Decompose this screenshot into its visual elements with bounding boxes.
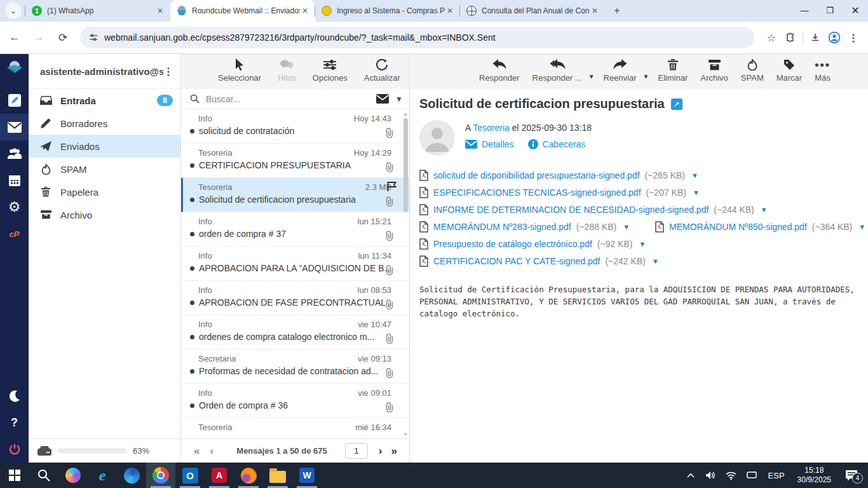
attachment-menu-caret-icon[interactable]: ▼	[858, 223, 865, 231]
taskbar-word-button[interactable]: W	[292, 463, 322, 488]
taskbar-copilot-button[interactable]	[58, 463, 88, 488]
reply-all-caret-icon[interactable]: ▼	[588, 73, 595, 80]
back-button[interactable]: ←	[5, 28, 24, 47]
taskbar-search-button[interactable]	[29, 463, 58, 488]
message-row-selected[interactable]: Tesoreria2.3 MB Solicitud de certificaci…	[181, 178, 409, 212]
notification-center-button[interactable]: 4	[839, 470, 864, 481]
refresh-button[interactable]: Actualizar	[364, 58, 400, 83]
sidebar-item-archivo[interactable]: Archivo	[29, 203, 180, 226]
language-indicator[interactable]: ESP	[763, 471, 790, 480]
message-row[interactable]: InfoHoy 14:43 solicitud de contratación	[181, 109, 409, 144]
taskbar-ie-button[interactable]: e	[88, 463, 117, 488]
attachment-menu-caret-icon[interactable]: ▼	[761, 206, 768, 214]
start-button[interactable]	[0, 463, 29, 488]
reload-button[interactable]: ⟳	[53, 28, 72, 47]
tab-search-button[interactable]: ⌄	[5, 3, 22, 19]
prev-page-button[interactable]: ‹	[205, 445, 219, 458]
attachment-chip[interactable]: MEMORÁNDUM Nº850-signed.pdf (~364 KB) ▼	[655, 221, 865, 233]
message-row[interactable]: Infovie 09:01 Orden de compra # 36	[181, 384, 409, 418]
attachment-menu-caret-icon[interactable]: ▼	[652, 257, 659, 265]
sidebar-item-enviados[interactable]: Enviados	[29, 135, 180, 158]
taskbar-chrome-button[interactable]	[146, 463, 175, 488]
cpanel-icon[interactable]: cP	[0, 220, 29, 247]
attachment-chip[interactable]: CERTIFICACION PAC Y CATE-signed.pdf (~24…	[419, 255, 659, 267]
message-row[interactable]: Secretariavie 09:13 Proformas de necesid…	[181, 349, 409, 384]
tab-compras[interactable]: Ingreso al Sistema - Compras P ✕	[315, 0, 460, 22]
reply-all-button[interactable]: Responder ...	[532, 58, 582, 83]
search-scope-envelope-icon[interactable]	[376, 94, 389, 104]
tray-chevron-up-icon[interactable]	[682, 473, 700, 478]
message-row[interactable]: Tesoreriamié 16:34	[181, 418, 409, 438]
attachment-menu-caret-icon[interactable]: ▼	[691, 172, 698, 179]
restore-button[interactable]: ❐	[817, 0, 843, 22]
attachment-chip[interactable]: INFORME DE DETERMINACION DE NECESIDAD-si…	[419, 204, 768, 215]
message-row[interactable]: Infovie 10:47 ordenes de compra catalogo…	[181, 315, 409, 349]
first-page-button[interactable]: «	[189, 445, 205, 458]
reply-button[interactable]: Responder	[479, 58, 520, 83]
volume-icon[interactable]	[702, 471, 720, 480]
minimize-button[interactable]: —	[792, 0, 817, 22]
attachment-menu-caret-icon[interactable]: ▼	[693, 189, 700, 196]
mark-button[interactable]: Marcar	[776, 58, 802, 83]
attachment-chip[interactable]: solicitud de disponibilidad presupuestar…	[419, 170, 698, 181]
sidebar-item-spam[interactable]: SPAM	[29, 158, 180, 180]
sidebar-item-entrada[interactable]: Entrada 8	[29, 89, 180, 112]
search-input[interactable]	[206, 94, 376, 104]
archive-button[interactable]: Archivo	[700, 58, 728, 83]
attachment-chip[interactable]: MEMORÁNDUM Nº283-signed.pdf (~288 KB) ▼	[419, 221, 630, 233]
menu-kebab-icon[interactable]: ⋮	[844, 28, 863, 47]
close-icon[interactable]: ✕	[445, 6, 455, 16]
page-number-input[interactable]	[345, 443, 368, 459]
tab-whatsapp[interactable]: 1 (1) WhatsApp ✕	[25, 0, 170, 22]
options-button[interactable]: Opciones	[313, 58, 348, 83]
profile-icon[interactable]	[825, 28, 844, 47]
threads-button[interactable]: Hilos	[278, 58, 296, 83]
forward-button[interactable]: Reenviar	[604, 58, 637, 83]
address-bar[interactable]: webmail.sanjuan.gob.ec/cpsess2879723216/…	[80, 27, 754, 48]
list-scrollbar[interactable]: ▲ ▼	[402, 111, 409, 437]
scrollbar-thumb[interactable]	[403, 118, 408, 212]
wifi-icon[interactable]	[722, 471, 740, 480]
close-icon[interactable]: ✕	[590, 6, 600, 16]
taskbar-explorer-button[interactable]	[263, 463, 292, 488]
taskbar-clock[interactable]: 15:18 30/9/2025	[792, 466, 836, 485]
taskbar-outlook-button[interactable]: O	[175, 463, 205, 488]
settings-gear-icon[interactable]: ⚙	[0, 194, 29, 220]
message-row[interactable]: Infolun 08:53 APROBACION DE FASE PRECONT…	[181, 281, 409, 315]
search-options-chevron-icon[interactable]: ▼	[395, 95, 403, 104]
close-icon[interactable]: ✕	[300, 6, 310, 16]
sidebar-item-papelera[interactable]: Papelera	[29, 180, 180, 203]
delete-button[interactable]: Eliminar	[658, 58, 688, 83]
close-icon[interactable]: ✕	[155, 6, 165, 16]
select-button[interactable]: Seleccionar	[218, 58, 261, 83]
contacts-nav-button[interactable]	[0, 140, 29, 167]
display-connect-icon[interactable]	[743, 471, 761, 480]
dark-mode-moon-icon[interactable]	[0, 383, 29, 409]
new-tab-button[interactable]: +	[609, 3, 625, 19]
bookmark-star-icon[interactable]: ☆	[762, 28, 781, 47]
open-in-new-window-icon[interactable]: ↗	[671, 98, 682, 110]
sidebar-item-borradores[interactable]: Borradores	[29, 112, 180, 135]
tab-roundcube[interactable]: Roundcube Webmail :: Enviados ✕	[170, 0, 315, 22]
tab-plan-anual[interactable]: Consulta del Plan Anual de Con ✕	[460, 0, 605, 22]
downloads-icon[interactable]	[806, 28, 825, 47]
message-row[interactable]: Infolun 15:21 orden de compra # 37	[181, 212, 409, 247]
scroll-down-arrow-icon[interactable]: ▼	[402, 431, 409, 437]
extensions-icon[interactable]	[781, 28, 800, 47]
forward-caret-icon[interactable]: ▼	[643, 73, 649, 80]
attachment-menu-caret-icon[interactable]: ▼	[639, 240, 646, 248]
spam-button[interactable]: SPAM	[741, 58, 764, 83]
more-button[interactable]: ••• Más	[815, 58, 831, 83]
message-row[interactable]: Infolun 11:34 APROBACION PARA LA “ADQUIS…	[181, 247, 409, 281]
scroll-up-arrow-icon[interactable]: ▲	[402, 111, 409, 117]
attachment-chip[interactable]: Presupuesto de catálogo electrónico.pdf …	[419, 238, 646, 250]
recipient-link[interactable]: Tesoreria	[473, 123, 510, 133]
compose-button[interactable]	[0, 87, 29, 114]
last-page-button[interactable]: »	[387, 445, 402, 458]
logout-power-icon[interactable]	[0, 436, 29, 463]
taskbar-edge-button[interactable]	[117, 463, 146, 488]
folder-options-kebab-icon[interactable]: ⋮	[163, 65, 174, 78]
site-settings-icon[interactable]	[89, 33, 98, 42]
attachment-chip[interactable]: ESPECIFICACIONES TECNICAS-signed-signed.…	[419, 187, 700, 198]
calendar-nav-button[interactable]	[0, 167, 29, 194]
